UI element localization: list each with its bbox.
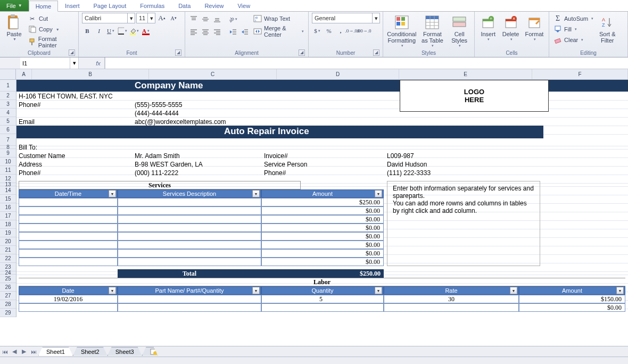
name-box[interactable]: I1 ▾ — [20, 57, 79, 69]
font-size-combo[interactable]: 11 ▾ — [136, 13, 155, 23]
filter-dropdown-icon[interactable]: ▼ — [375, 190, 382, 197]
services-cell[interactable] — [118, 206, 261, 215]
column-header-B[interactable]: B — [32, 69, 149, 79]
services-cell[interactable]: $0.00 — [261, 241, 384, 249]
services-col-amount[interactable]: Amount ▼ — [261, 189, 384, 198]
row-header-26[interactable]: 26 — [0, 283, 16, 292]
services-cell[interactable]: $0.00 — [261, 232, 384, 241]
tab-review[interactable]: Review — [197, 0, 230, 11]
labor-col-amount[interactable]: Amount▼ — [519, 286, 625, 295]
row-header-15[interactable]: 15 — [0, 195, 16, 203]
tab-insert[interactable]: Insert — [58, 0, 87, 11]
cell-styles-button[interactable]: Cell Styles▾ — [448, 13, 471, 48]
number-format-combo[interactable]: General ▾ — [312, 13, 380, 23]
align-right-button[interactable] — [212, 27, 222, 37]
formula-bar-input[interactable] — [105, 57, 628, 69]
services-cell[interactable] — [118, 224, 261, 232]
bold-button[interactable]: B — [82, 26, 93, 36]
fill-color-button[interactable]: ▾ — [129, 26, 139, 36]
services-cell[interactable] — [19, 232, 118, 241]
services-col-datetime[interactable]: Date/Time ▼ — [19, 189, 118, 198]
dialog-launcher-icon[interactable]: ◢ — [175, 49, 181, 56]
row-header-22[interactable]: 22 — [0, 254, 16, 263]
column-header-D[interactable]: D — [277, 69, 399, 79]
format-cells-button[interactable]: Format▾ — [523, 13, 546, 42]
delete-cells-button[interactable]: × Delete▾ — [500, 13, 520, 42]
filter-dropdown-icon[interactable]: ▼ — [510, 287, 517, 294]
column-header-C[interactable]: C — [149, 69, 277, 79]
labor-rate2[interactable] — [384, 303, 519, 312]
labor-qty2[interactable] — [261, 303, 384, 312]
underline-button[interactable]: U▾ — [105, 26, 116, 36]
row-header-16[interactable]: 16 — [0, 203, 16, 212]
row-header-14[interactable]: 14 — [0, 186, 16, 195]
file-tab[interactable]: File ▼ — [0, 0, 29, 11]
services-cell[interactable]: $0.00 — [261, 258, 384, 266]
autosum-button[interactable]: Σ AutoSum▾ — [552, 14, 594, 23]
cut-button[interactable]: ✂ Cut — [27, 14, 75, 23]
align-center-button[interactable] — [200, 27, 211, 37]
filter-dropdown-icon[interactable]: ▼ — [375, 287, 382, 294]
row-header-1[interactable]: 1 — [0, 80, 16, 92]
tab-home[interactable]: Home — [29, 1, 58, 12]
border-button[interactable]: ▾ — [117, 26, 128, 36]
services-cell[interactable] — [19, 241, 118, 249]
align-left-button[interactable] — [188, 27, 199, 37]
services-cell[interactable]: $250.00 — [261, 198, 384, 206]
services-cell[interactable] — [118, 215, 261, 224]
services-cell[interactable] — [19, 206, 118, 215]
labor-col-rate[interactable]: Rate▼ — [384, 286, 519, 295]
insert-cells-button[interactable]: + Insert▾ — [478, 13, 498, 42]
filter-dropdown-icon[interactable]: ▼ — [109, 190, 116, 197]
labor-col-qty[interactable]: Quantity▼ — [261, 286, 384, 295]
row-header-5[interactable]: 5 — [0, 117, 16, 126]
services-cell[interactable] — [19, 258, 118, 266]
align-bottom-button[interactable] — [212, 14, 222, 24]
labor-rate[interactable]: 30 — [384, 295, 519, 303]
services-cell[interactable] — [118, 232, 261, 241]
labor-part[interactable] — [118, 295, 261, 303]
labor-date[interactable]: 19/02/2016 — [19, 295, 118, 303]
row-header-3[interactable]: 3 — [0, 100, 16, 109]
row-header-28[interactable]: 28 — [0, 300, 16, 309]
labor-col-part[interactable]: Part Name/ Part#/Quantity▼ — [118, 286, 261, 295]
percent-format-button[interactable]: % — [324, 26, 334, 36]
merge-center-button[interactable]: Merge & Center ▾ — [252, 24, 305, 38]
services-cell[interactable]: $0.00 — [261, 215, 384, 224]
services-cell[interactable] — [118, 241, 261, 249]
row-header-29[interactable]: 29 — [0, 309, 16, 317]
row-header-11[interactable]: 11 — [0, 166, 16, 175]
tab-data[interactable]: Data — [171, 0, 197, 11]
tab-pagelayout[interactable]: Page Layout — [87, 0, 134, 11]
conditional-formatting-button[interactable]: Conditional Formatting▾ — [386, 13, 417, 48]
filter-dropdown-icon[interactable]: ▼ — [252, 287, 260, 294]
labor-date2[interactable] — [19, 303, 118, 312]
labor-part2[interactable] — [118, 303, 261, 312]
row-header-21[interactable]: 21 — [0, 246, 16, 254]
row-header-9[interactable]: 9 — [0, 149, 16, 158]
row-header-2[interactable]: 2 — [0, 92, 16, 100]
row-header-18[interactable]: 18 — [0, 220, 16, 229]
labor-qty[interactable]: 5 — [261, 295, 384, 303]
font-name-combo[interactable]: Calibri ▾ — [82, 13, 135, 23]
tab-view[interactable]: View — [230, 0, 257, 11]
services-cell[interactable] — [118, 249, 261, 258]
row-header-27[interactable]: 27 — [0, 292, 16, 300]
copy-button[interactable]: Copy ▼ — [27, 24, 75, 34]
increase-decimal-button[interactable]: .0→.00 — [347, 26, 358, 36]
dialog-launcher-icon[interactable]: ◢ — [299, 49, 305, 56]
increase-indent-button[interactable] — [239, 27, 250, 37]
increase-font-button[interactable]: A▴ — [156, 13, 167, 23]
orientation-button[interactable]: ab▾ — [228, 14, 238, 24]
fill-button[interactable]: Fill▾ — [552, 24, 594, 34]
row-header-10[interactable]: 10 — [0, 158, 16, 166]
row-header-25[interactable]: 25 — [0, 275, 16, 283]
row-header-17[interactable]: 17 — [0, 212, 16, 220]
wrap-text-button[interactable]: abc Wrap Text — [252, 14, 305, 23]
fx-button[interactable]: fx — [92, 57, 105, 69]
align-middle-button[interactable] — [200, 14, 211, 24]
italic-button[interactable]: I — [94, 26, 104, 36]
dialog-launcher-icon[interactable]: ◢ — [373, 49, 379, 56]
services-cell[interactable]: $0.00 — [261, 249, 384, 258]
services-col-desc[interactable]: Services Description ▼ — [118, 189, 261, 198]
